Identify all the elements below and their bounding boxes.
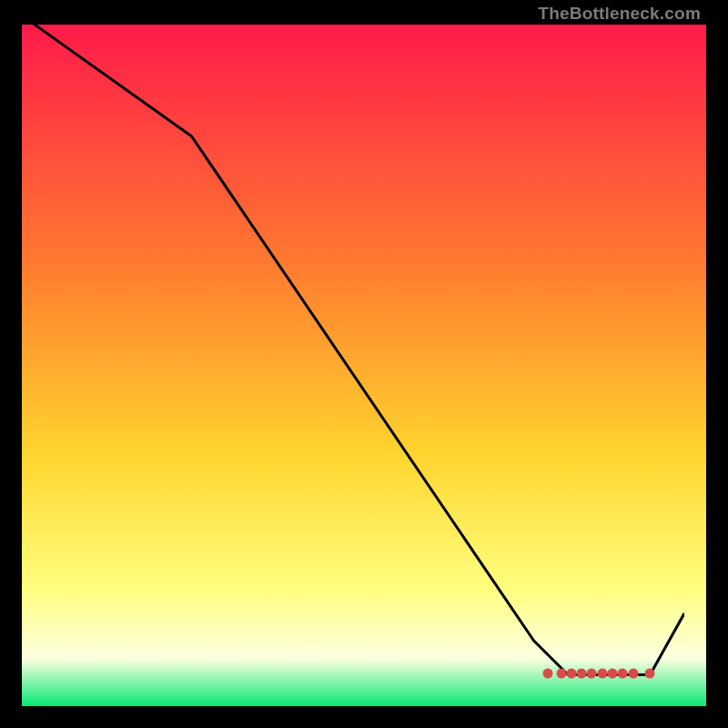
- heat-background: [22, 25, 706, 706]
- chart-plot: [22, 25, 706, 706]
- watermark-text: TheBottleneck.com: [538, 4, 701, 24]
